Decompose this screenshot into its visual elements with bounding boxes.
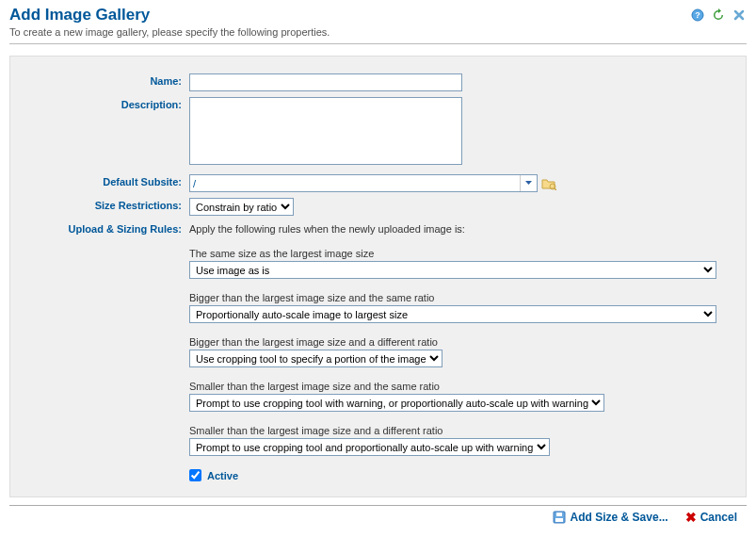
row-upload-rules: Upload & Sizing Rules: Apply the followi… [20, 221, 736, 481]
description-textarea[interactable] [189, 97, 462, 165]
svg-rect-5 [555, 518, 563, 522]
help-icon[interactable]: ? [690, 8, 705, 23]
rules-intro-text: Apply the following rules when the newly… [189, 221, 736, 235]
rule-2-label: Bigger than the largest image size and t… [189, 292, 736, 303]
svg-line-3 [555, 188, 556, 190]
rule-5-select[interactable]: Prompt to use cropping tool and proporti… [189, 438, 550, 456]
rule-4: Smaller than the largest image size and … [189, 381, 736, 412]
header-row: Add Image Gallery To create a new image … [9, 6, 747, 43]
rule-1: The same size as the largest image size … [189, 248, 736, 279]
svg-text:?: ? [695, 10, 700, 20]
save-disk-icon [552, 510, 567, 525]
rule-1-label: The same size as the largest image size [189, 248, 736, 259]
cancel-x-icon: ✖ [685, 510, 697, 525]
rule-2: Bigger than the largest image size and t… [189, 292, 736, 323]
header-divider [9, 43, 747, 44]
name-input[interactable] [189, 73, 462, 91]
page-subtitle: To create a new image gallery, please sp… [9, 26, 330, 38]
footer-bar: Add Size & Save... ✖ Cancel [9, 505, 747, 527]
active-row: Active [189, 469, 736, 481]
chevron-down-icon[interactable] [520, 175, 537, 191]
page-title: Add Image Gallery [9, 6, 330, 24]
add-size-save-label: Add Size & Save... [571, 511, 668, 524]
rule-1-select[interactable]: Use image as is [189, 261, 716, 279]
row-description: Description: [20, 97, 736, 165]
label-default-subsite: Default Subsite: [20, 174, 189, 187]
default-subsite-input[interactable] [190, 177, 520, 190]
label-name: Name: [20, 73, 189, 87]
cancel-label: Cancel [700, 511, 737, 524]
form-body: Name: Description: Default Subsite: [9, 56, 747, 497]
rule-2-select[interactable]: Proportionally auto-scale image to large… [189, 305, 716, 323]
browse-folder-icon[interactable] [541, 176, 556, 191]
rule-3-label: Bigger than the largest image size and a… [189, 336, 736, 348]
refresh-icon[interactable] [711, 8, 726, 23]
header-icon-bar: ? [690, 6, 747, 23]
rule-4-label: Smaller than the largest image size and … [189, 381, 736, 392]
close-icon[interactable] [732, 8, 747, 23]
rule-4-select[interactable]: Prompt to use cropping tool with warning… [189, 394, 604, 412]
row-name: Name: [20, 73, 736, 91]
row-default-subsite: Default Subsite: [20, 174, 736, 192]
rule-5: Smaller than the largest image size and … [189, 425, 736, 456]
header-text: Add Image Gallery To create a new image … [9, 6, 330, 43]
label-description: Description: [20, 97, 189, 110]
active-checkbox[interactable] [189, 469, 201, 481]
label-size-restrictions: Size Restrictions: [20, 198, 189, 211]
rule-3: Bigger than the largest image size and a… [189, 336, 736, 367]
svg-rect-6 [556, 513, 562, 516]
size-restrictions-select[interactable]: Constrain by ratio [189, 198, 294, 216]
active-label: Active [207, 470, 238, 481]
page-container: Add Image Gallery To create a new image … [0, 0, 756, 534]
add-size-save-button[interactable]: Add Size & Save... [552, 510, 668, 525]
default-subsite-combo[interactable] [189, 174, 538, 192]
row-size-restrictions: Size Restrictions: Constrain by ratio [20, 198, 736, 216]
cancel-button[interactable]: ✖ Cancel [685, 510, 737, 525]
label-upload-rules: Upload & Sizing Rules: [20, 221, 189, 235]
rule-5-label: Smaller than the largest image size and … [189, 425, 736, 436]
rule-3-select[interactable]: Use cropping tool to specify a portion o… [189, 350, 442, 367]
